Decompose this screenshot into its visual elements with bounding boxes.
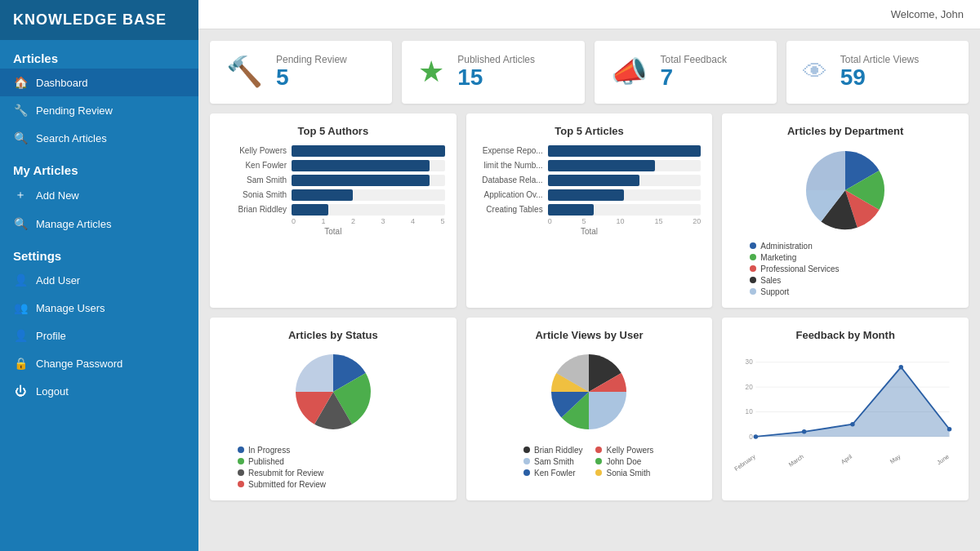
- sidebar-item-pending-review[interactable]: 🔧 Pending Review: [0, 96, 198, 124]
- svg-text:June: June: [936, 453, 951, 466]
- settings-section-label: Settings: [0, 238, 198, 266]
- manage-articles-icon: 🔍: [13, 217, 28, 230]
- feedback-chart: Feedback by Month 0102030FebruaryMarchAp…: [722, 318, 969, 500]
- articles-section-label: Articles: [0, 40, 198, 69]
- sidebar-item-logout[interactable]: ⏻ Logout: [0, 377, 198, 405]
- status-title: Articles by Status: [221, 329, 445, 341]
- svg-text:February: February: [733, 452, 757, 471]
- profile-icon: 👤: [13, 329, 28, 342]
- stat-card-published: ★ Published Articles 15: [402, 41, 584, 104]
- views-by-user-chart: Article Views by User: [466, 318, 713, 500]
- svg-text:0: 0: [749, 433, 753, 440]
- top-articles-title: Top 5 Articles: [478, 125, 702, 137]
- svg-text:30: 30: [746, 358, 754, 366]
- bar-row: Sonia Smith: [221, 189, 445, 201]
- svg-text:April: April: [840, 452, 853, 465]
- views-label: Total Article Views: [840, 54, 920, 65]
- bar-row: Kelly Powers: [221, 145, 445, 157]
- stat-card-views: 👁 Total Article Views 59: [786, 41, 969, 104]
- bar-row: Sam Smith: [221, 175, 445, 186]
- logout-icon: ⏻: [13, 384, 28, 398]
- sidebar-item-add-user[interactable]: 👤 Add User: [0, 266, 198, 294]
- feedback-title: Feedback by Month: [733, 329, 957, 341]
- dept-pie-svg: [792, 145, 898, 235]
- star-icon: ★: [418, 55, 444, 89]
- stat-card-pending: 🔨 Pending Review 5: [210, 41, 392, 104]
- svg-text:10: 10: [746, 408, 754, 415]
- app-title: KNOWLEDGE BASE: [0, 0, 198, 40]
- views-value: 59: [840, 65, 920, 91]
- published-label: Published Articles: [457, 54, 535, 65]
- search-icon: 🔍: [13, 131, 28, 144]
- sidebar: KNOWLEDGE BASE Articles 🏠 Dashboard 🔧 Pe…: [0, 0, 198, 551]
- status-chart: Articles by Status: [210, 318, 457, 500]
- bar-row: limit the Numb...: [478, 160, 702, 171]
- eye-icon: 👁: [803, 58, 827, 86]
- stat-card-feedback: 📣 Total Feedback 7: [595, 41, 777, 104]
- bar-row: Ken Fowler: [221, 160, 445, 171]
- pending-value: 5: [276, 65, 347, 91]
- add-user-icon: 👤: [13, 273, 28, 287]
- status-pie-svg: [280, 349, 386, 439]
- lock-icon: 🔒: [13, 357, 28, 370]
- my-articles-section-label: My Articles: [0, 152, 198, 180]
- top-articles-chart: Top 5 Articles Expense Repo... limit the…: [466, 113, 713, 308]
- views-pie-svg: [536, 349, 642, 439]
- dept-legend: Administration Marketing Professional Se…: [733, 242, 839, 296]
- authors-bar-chart: Kelly Powers Ken Fowler Sam Smith Sonia …: [221, 145, 445, 216]
- sidebar-item-manage-articles[interactable]: 🔍 Manage Articles: [0, 210, 198, 238]
- feedback-label: Total Feedback: [661, 54, 727, 65]
- svg-point-12: [947, 427, 951, 431]
- dept-title: Articles by Department: [733, 125, 957, 137]
- bar-row: Expense Repo...: [478, 145, 702, 157]
- pending-review-icon: 🔧: [13, 104, 28, 117]
- megaphone-icon: 📣: [611, 55, 648, 89]
- main-content: Welcome, John 🔨 Pending Review 5 ★ Publi…: [198, 0, 980, 551]
- charts-row-1: Top 5 Authors Kelly Powers Ken Fowler Sa…: [210, 113, 969, 308]
- sidebar-item-dashboard[interactable]: 🏠 Dashboard: [0, 69, 198, 96]
- articles-bar-chart: Expense Repo... limit the Numb... Databa…: [478, 145, 702, 216]
- svg-point-11: [899, 365, 903, 369]
- svg-text:20: 20: [746, 384, 754, 391]
- charts-row-2: Articles by Status: [210, 318, 969, 500]
- dashboard-icon: 🏠: [13, 76, 28, 89]
- sidebar-item-profile[interactable]: 👤 Profile: [0, 322, 198, 349]
- stat-cards-row: 🔨 Pending Review 5 ★ Published Articles …: [210, 41, 969, 104]
- feedback-line-svg: 0102030FebruaryMarchAprilMayJune: [733, 349, 957, 472]
- svg-text:May: May: [889, 452, 902, 464]
- svg-point-8: [754, 434, 758, 438]
- svg-point-10: [851, 422, 855, 426]
- sidebar-item-search-articles[interactable]: 🔍 Search Articles: [0, 124, 198, 152]
- add-icon: ＋: [13, 188, 28, 202]
- top-authors-chart: Top 5 Authors Kelly Powers Ken Fowler Sa…: [210, 113, 457, 308]
- svg-text:March: March: [787, 453, 805, 469]
- svg-point-9: [802, 429, 806, 433]
- bar-row: Database Rela...: [478, 175, 702, 186]
- top-authors-title: Top 5 Authors: [221, 125, 445, 137]
- bar-row: Application Ov...: [478, 189, 702, 201]
- status-legend: In Progress Published Resubmit for Revie…: [221, 446, 326, 489]
- pending-label: Pending Review: [276, 54, 347, 65]
- manage-users-icon: 👥: [13, 301, 28, 314]
- sidebar-item-add-new[interactable]: ＋ Add New: [0, 180, 198, 210]
- views-user-title: Article Views by User: [478, 329, 702, 341]
- hammer-icon: 🔨: [226, 55, 263, 89]
- dashboard-content: 🔨 Pending Review 5 ★ Published Articles …: [198, 29, 980, 551]
- topbar: Welcome, John: [198, 0, 980, 29]
- views-legend: Brian Riddley Kelly Powers Sam Smith Joh…: [523, 446, 655, 478]
- published-value: 15: [457, 65, 535, 91]
- dept-chart: Articles by Department: [722, 113, 969, 308]
- feedback-value: 7: [661, 65, 727, 91]
- bar-row: Creating Tables: [478, 204, 702, 216]
- sidebar-item-change-password[interactable]: 🔒 Change Password: [0, 349, 198, 377]
- sidebar-item-manage-users[interactable]: 👥 Manage Users: [0, 294, 198, 322]
- bar-row: Brian Riddley: [221, 204, 445, 216]
- welcome-message: Welcome, John: [891, 8, 964, 20]
